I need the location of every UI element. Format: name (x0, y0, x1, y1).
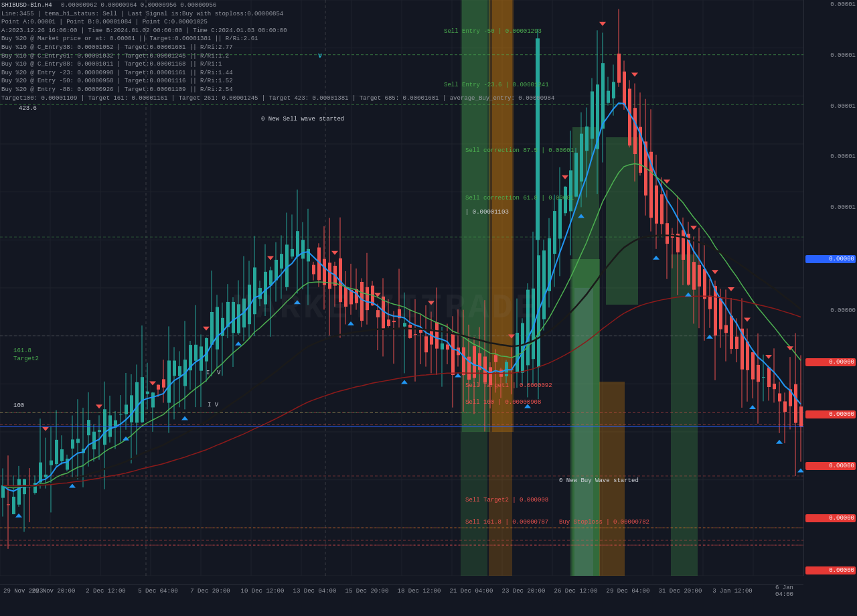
price-label-2: 0.00001 (805, 52, 856, 59)
info-line10: Buy %20 @ Entry -88: 0.00000926 | Target… (1, 86, 457, 94)
info-line7: Buy %10 @ C_Entry88: 0.00001011 | Target… (1, 60, 457, 69)
price-axis: 0.00001 0.00001 0.00001 0.00001 0.00001 … (803, 0, 857, 576)
time-label-15: 6 Jan 04:00 (775, 585, 794, 598)
time-label-5: 10 Dec 12:00 (241, 588, 285, 595)
price-label-3: 0.00001 (805, 103, 856, 110)
time-label-11: 26 Dec 12:00 (554, 588, 598, 595)
price-label-red3: 0.00000 (805, 462, 856, 470)
price-label-red2: 0.00000 (805, 410, 856, 418)
info-panel: SHIBUSD-Bin.H4 0.00000962 0.00000964 0.0… (1, 1, 457, 102)
info-line4: Buy %20 @ Market price or at: 0.00001 ||… (1, 35, 457, 44)
time-label-3: 5 Dec 04:00 (138, 588, 177, 595)
time-label-6: 13 Dec 04:00 (293, 588, 337, 595)
time-label-12: 29 Dec 04:00 (607, 588, 650, 595)
time-label-8: 18 Dec 12:00 (398, 588, 441, 595)
time-label-14: 3 Jan 12:00 (712, 588, 752, 595)
time-axis: 29 Nov 2023 29 Nov 20:00 2 Dec 12:00 5 D… (0, 584, 803, 597)
price-label-current: 0.00000 (805, 255, 856, 263)
time-label-1: 29 Nov 20:00 (32, 588, 76, 595)
info-line8: Buy %20 @ Entry -23: 0.00000998 | Target… (1, 69, 457, 78)
ohlc-values: 0.00000962 0.00000964 0.00000956 0.00000… (61, 2, 216, 9)
price-label-top: 0.00001 (805, 1, 856, 8)
time-label-10: 23 Dec 20:00 (502, 588, 546, 595)
time-label-4: 7 Dec 20:00 (190, 588, 230, 595)
time-label-2: 2 Dec 12:00 (86, 588, 125, 595)
price-label-red5: 0.00000 (805, 566, 856, 574)
info-line11: Target100: 0.00001109 | Target 161: 0.00… (1, 94, 457, 103)
price-label-red4: 0.00000 (805, 514, 856, 522)
chart-container: MARKETZITRADE SHIBUSD-Bin.H4 0.00000962 … (0, 0, 857, 616)
time-label-9: 21 Dec 04:00 (450, 588, 493, 595)
info-line9: Buy %20 @ Entry -50: 0.00000958 | Target… (1, 77, 457, 86)
time-label-7: 15 Dec 20:00 (345, 588, 389, 595)
price-label-red1: 0.00000 (805, 358, 856, 366)
info-line5: Buy %10 @ C_Entry38: 0.00001052 | Target… (1, 44, 457, 52)
price-label-6: 0.00000 (805, 307, 856, 314)
ticker: SHIBUSD-Bin.H4 (1, 2, 52, 9)
time-label-13: 31 Dec 20:00 (659, 588, 702, 595)
price-label-4: 0.00001 (805, 153, 856, 160)
info-line1: Line:3455 | tema_h1_status: Sell | Last … (1, 10, 457, 19)
info-line6: Buy %10 @ C_Entry61: 0.00001032 | Target… (1, 52, 457, 61)
ticker-line: SHIBUSD-Bin.H4 0.00000962 0.00000964 0.0… (1, 1, 457, 10)
info-line2: Point A:0.00001 | Point B:0.00001084 | P… (1, 18, 457, 27)
info-line3: A:2023.12.26 16:00:00 | Time B:2024.01.0… (1, 27, 457, 35)
price-label-5: 0.00001 (805, 204, 856, 211)
